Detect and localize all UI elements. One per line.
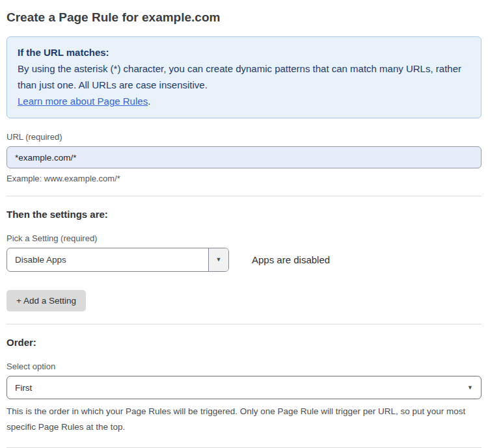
setting-picker-label: Pick a Setting (required) (7, 233, 481, 243)
url-match-info-banner: If the URL matches: By using the asteris… (7, 36, 481, 118)
setting-select[interactable]: Disable Apps ▼ (7, 248, 229, 272)
setting-row: Disable Apps ▼ Apps are disabled (7, 248, 481, 272)
chevron-down-icon: ▼ (467, 385, 473, 391)
setting-select-arrow-button[interactable]: ▼ (208, 248, 228, 271)
url-hint: Example: www.example.com/* (7, 174, 481, 183)
info-banner-body: By using the asterisk (*) character, you… (18, 60, 470, 93)
settings-heading: Then the settings are: (7, 209, 481, 220)
url-label: URL (required) (7, 132, 481, 142)
order-select[interactable]: First ▼ (7, 376, 481, 399)
order-heading: Order: (7, 337, 481, 348)
section-divider (7, 324, 481, 324)
learn-more-link[interactable]: Learn more about Page Rules (18, 96, 148, 107)
link-suffix: . (148, 96, 150, 107)
setting-status-text: Apps are disabled (252, 254, 330, 265)
order-description: This is the order in which your Page Rul… (7, 404, 481, 435)
order-select-label: Select option (7, 362, 481, 371)
add-setting-button[interactable]: + Add a Setting (7, 290, 86, 311)
url-input[interactable] (7, 146, 481, 168)
page-rule-form: Create a Page Rule for example.com If th… (0, 0, 488, 448)
section-divider (7, 196, 481, 196)
order-select-value: First (15, 383, 32, 393)
page-title: Create a Page Rule for example.com (7, 10, 481, 25)
info-banner-link-line: Learn more about Page Rules. (18, 93, 470, 109)
setting-select-value: Disable Apps (7, 248, 208, 271)
info-banner-heading: If the URL matches: (18, 44, 470, 60)
chevron-down-icon: ▼ (216, 257, 222, 263)
